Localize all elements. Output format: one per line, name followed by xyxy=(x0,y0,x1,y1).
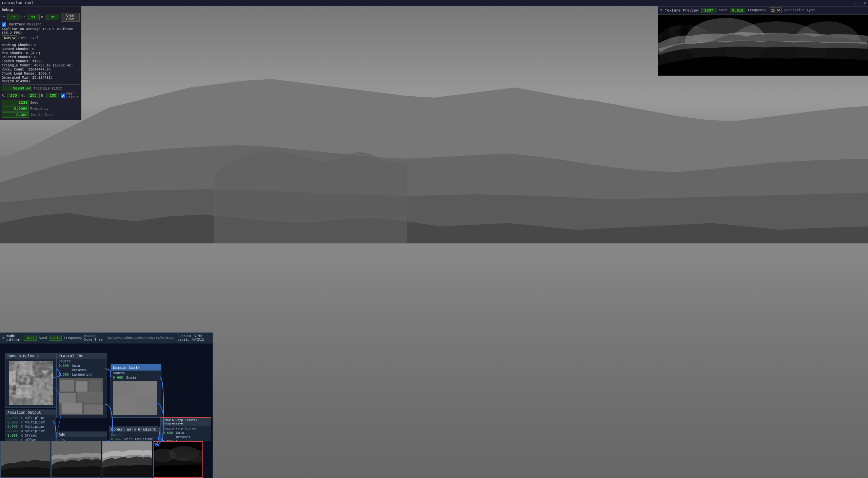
r2-label: R: xyxy=(2,94,6,98)
node-seed-field[interactable] xyxy=(24,336,37,341)
meshing-chunks: Meshing Chunks: 0 xyxy=(2,43,80,47)
color-row: R: G: B: Clear Color xyxy=(2,13,80,22)
dwg-header: Domain Warp Gradient xyxy=(109,427,159,432)
node-canvas[interactable]: Open Simplex 2 xyxy=(0,343,213,478)
texture-preview-header: ▼ Texture Preview Seed Frequency 2D Gene… xyxy=(658,6,868,15)
po-xmult-val: 0.000 xyxy=(7,416,19,420)
backface-checkbox[interactable] xyxy=(2,22,6,27)
svg-rect-9 xyxy=(9,361,19,371)
clear-color-btn[interactable]: Clear Color xyxy=(61,13,80,22)
open-simplex-2-header: Open Simplex 2 xyxy=(5,353,56,359)
texture-seed-field[interactable] xyxy=(701,8,716,13)
domain-scale-header: Domain Scale xyxy=(111,365,161,371)
texture-freq-field[interactable] xyxy=(730,8,745,13)
encoded-node-tree-label: Encoded Node Tree xyxy=(84,334,106,342)
fbm-lacunarity-val: 2.500 xyxy=(59,373,71,377)
svg-rect-28 xyxy=(135,381,157,398)
b-field[interactable] xyxy=(46,15,59,20)
thumbnail-2 xyxy=(51,441,101,478)
triangle-limit-row: Triangle Limit xyxy=(2,86,80,91)
queued-chunks: Queued Chunks: 0 xyxy=(2,47,80,51)
iso-surface-label: Iso Surface xyxy=(30,113,53,117)
triangle-limit-field[interactable] xyxy=(2,86,32,91)
g-label: G: xyxy=(21,16,25,19)
thumbnail-3 xyxy=(102,441,152,478)
window-title: FastNoise Tool xyxy=(2,1,33,5)
maximize-btn[interactable]: □ xyxy=(859,1,861,5)
svg-rect-27 xyxy=(113,398,135,415)
svg-rect-22 xyxy=(62,403,82,414)
b2-field[interactable] xyxy=(46,93,59,98)
svg-rect-18 xyxy=(76,381,87,392)
open-simplex-2-node[interactable]: Open Simplex 2 xyxy=(5,353,57,408)
seed-field[interactable] xyxy=(2,100,29,105)
close-btn[interactable]: ✕ xyxy=(864,1,866,5)
svg-rect-26 xyxy=(135,398,157,415)
triangle-limit-label: Triangle Limit xyxy=(34,87,62,91)
frequency-label: Frequency xyxy=(30,107,48,111)
svg-rect-11 xyxy=(9,371,16,385)
debug-title: Debug xyxy=(2,8,80,12)
svg-rect-12 xyxy=(33,361,53,371)
po-xmult-lbl: X Multiplier xyxy=(21,416,45,420)
dwfp-gain-lbl: Gain xyxy=(176,431,184,435)
po-wmult-val: 0.000 xyxy=(7,430,19,433)
node-freq-field[interactable] xyxy=(49,336,62,341)
node-seed-label: Seed xyxy=(39,336,47,340)
add-header: Add xyxy=(57,432,107,437)
dwg-source-lbl: Source xyxy=(111,433,123,437)
window-controls[interactable]: — □ ✕ xyxy=(854,1,866,5)
ds-scale-lbl: Scale xyxy=(126,376,136,380)
svg-rect-19 xyxy=(89,380,101,393)
po-ymult-val: 0.000 xyxy=(7,421,19,424)
svg-rect-25 xyxy=(113,381,135,398)
r2-field[interactable] xyxy=(7,93,20,98)
encoded-value: EgACAAAAAgdBEAAAAQboAFADD95g/DQAEAAAAAgQ… xyxy=(108,336,175,340)
svg-rect-13 xyxy=(16,385,33,398)
generated-min-max: Generated Min(-25.824781) Max(29.614389) xyxy=(2,76,80,83)
r-field[interactable] xyxy=(7,15,20,20)
app-avg-stat: Application average 15.101 ms/frame (66.… xyxy=(2,27,80,35)
svg-rect-10 xyxy=(19,361,33,375)
g-field[interactable] xyxy=(27,15,40,20)
thumbnail-1 xyxy=(0,441,51,478)
fbm-source-label: Source xyxy=(59,360,71,363)
iso-surface-field[interactable] xyxy=(2,112,29,118)
minimize-btn[interactable]: — xyxy=(854,1,856,5)
new-chunks: New Chunks: 0 (4.0) xyxy=(2,52,80,55)
fbm-gain-val: 0.500 xyxy=(59,364,71,368)
po-zmult-lbl: Z Multiplier xyxy=(21,425,45,429)
node-freq-label: Frequency xyxy=(64,336,82,340)
node-editor-header: ▼ Node Editor Seed Frequency Encoded Nod… xyxy=(0,333,213,343)
fractal-fbm-node[interactable]: Fractal FBm Source 0.500 Gain Octaves 2.… xyxy=(56,353,107,418)
mesh-colour-checkbox[interactable] xyxy=(61,94,65,98)
simd-select[interactable]: Auto xyxy=(2,35,17,41)
po-wmult-lbl: W Multiplier xyxy=(21,430,45,433)
fractal-fbm-header: Fractal FBm xyxy=(57,353,107,359)
texture-type-select[interactable]: 2D xyxy=(769,7,782,13)
frequency-row: Frequency xyxy=(2,106,80,112)
thumbnail-4 xyxy=(153,441,203,478)
svg-rect-14 xyxy=(33,378,53,405)
mesh-colour-label: Mesh Colour xyxy=(66,92,80,99)
node-editor-title: Node Editor xyxy=(6,334,22,342)
dwfp-gain-val: 0.600 xyxy=(163,431,175,435)
mesh-color-row: R: G: B: Mesh Colour xyxy=(2,92,80,99)
frequency-field[interactable] xyxy=(2,106,29,112)
node-editor-panel: ▼ Node Editor Seed Frequency Encoded Nod… xyxy=(0,332,213,478)
seed-row: Seed xyxy=(2,100,80,105)
texture-preview-title: Texture Preview xyxy=(665,8,698,13)
dwfp-source-lbl: Domain Warp Source xyxy=(163,427,196,431)
domain-scale-node[interactable]: Domain Scale Source 0.660 Scale xyxy=(111,364,161,418)
texture-canvas xyxy=(658,15,868,76)
g2-label: G: xyxy=(21,94,25,98)
po-xoff-lbl: X Offset xyxy=(21,434,37,438)
fbm-octaves-lbl: Octaves xyxy=(72,369,86,372)
r-label: R: xyxy=(2,16,6,19)
dwfp-oct-lbl: Octaves xyxy=(176,436,190,439)
g2-field[interactable] xyxy=(27,93,40,98)
seed-label: Seed xyxy=(30,101,38,105)
b2-label: B: xyxy=(41,94,45,98)
texture-type-label: Generation Type xyxy=(784,8,815,12)
loaded-chunks: Loaded Chunks: 11828 xyxy=(2,60,80,63)
